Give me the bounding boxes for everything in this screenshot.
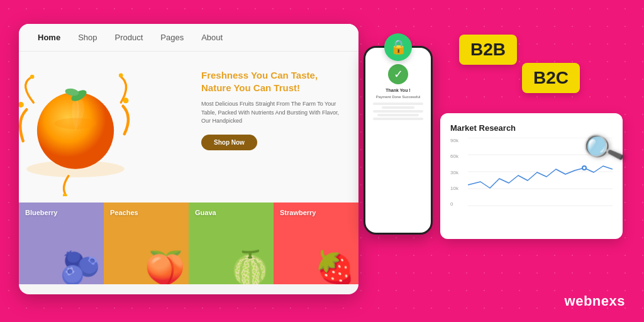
hero-section: Freshness You Can Taste, Nature You Can … — [19, 52, 358, 203]
svg-point-1 — [19, 102, 24, 108]
peaches-label: Peaches — [110, 209, 182, 216]
payment-check-icon: ✓ — [388, 64, 408, 84]
phone-screen: ✓ Thank You ! Payment Done Successful — [365, 53, 431, 126]
fruit-card-peaches[interactable]: Peaches 🍑 — [104, 203, 189, 284]
y-label-10k: 10k — [450, 186, 458, 191]
fruit-card-guava[interactable]: Guava 🍈 — [189, 203, 274, 284]
chart-y-labels: 90k 60k 30k 10k 0 — [450, 138, 458, 207]
svg-point-3 — [123, 97, 129, 103]
y-label-0: 0 — [450, 201, 458, 207]
nav-about[interactable]: About — [201, 33, 223, 42]
phone-line-3 — [373, 110, 423, 113]
fruit-card-strawberry[interactable]: Strawberry 🍓 — [274, 203, 358, 284]
phone-line-1 — [373, 103, 423, 105]
website-mockup: Home Shop Product Pages About — [19, 24, 358, 294]
fruit-cards-row: Blueberry 🫐 Peaches 🍑 Guava 🍈 Strawberry… — [19, 203, 358, 284]
fruit-illustration — [19, 58, 138, 196]
svg-point-5 — [63, 194, 67, 196]
y-label-60k: 60k — [450, 153, 458, 159]
phone-line-5 — [373, 118, 423, 120]
shop-now-button[interactable]: Shop Now — [201, 135, 257, 150]
guava-icon: 🍈 — [230, 249, 270, 284]
b2b-badge: B2B — [459, 35, 517, 65]
y-label-30k: 30k — [450, 170, 458, 175]
orange-splash-svg — [19, 58, 138, 196]
guava-label: Guava — [195, 209, 267, 216]
svg-point-4 — [119, 73, 123, 77]
lock-icon: 🔒 — [384, 33, 412, 61]
fruit-card-blueberry[interactable]: Blueberry 🫐 — [19, 203, 104, 284]
b2c-badge: B2C — [522, 63, 580, 93]
svg-point-16 — [583, 167, 586, 169]
phone-mockup-wrapper: 🔒 ✓ Thank You ! Payment Done Successful — [364, 35, 433, 235]
payment-done-text: Payment Done Successful — [370, 95, 426, 99]
hero-title: Freshness You Can Taste, Nature You Can … — [201, 69, 340, 94]
blueberry-label: Blueberry — [25, 209, 97, 216]
thank-you-text: Thank You ! — [370, 88, 426, 92]
phone-line-2 — [382, 106, 415, 109]
strawberry-label: Strawberry — [280, 209, 352, 216]
nav-product[interactable]: Product — [115, 33, 143, 42]
nav-pages[interactable]: Pages — [160, 33, 184, 42]
chart-title: Market Research — [450, 123, 613, 133]
blueberry-icon: 🫐 — [60, 249, 101, 284]
chart-area: 90k 60k 30k 10k 0 🔍 — [450, 138, 613, 219]
phone-line-4 — [377, 114, 419, 116]
strawberry-icon: 🍓 — [314, 249, 355, 284]
svg-point-9 — [55, 118, 97, 130]
hero-text-block: Freshness You Can Taste, Nature You Can … — [201, 69, 340, 150]
nav-shop[interactable]: Shop — [78, 33, 97, 42]
phone-body: ✓ Thank You ! Payment Done Successful — [364, 46, 433, 235]
y-label-90k: 90k — [450, 138, 458, 143]
hero-description: Most Delicious Fruits Straight From The … — [201, 100, 340, 126]
nav-home[interactable]: Home — [38, 33, 60, 42]
svg-point-2 — [30, 75, 35, 79]
brand-name: webnexs — [565, 293, 625, 309]
market-research-card: Market Research 90k 60k 30k 10k 0 — [440, 113, 623, 239]
peaches-icon: 🍑 — [145, 249, 186, 284]
mockup-navbar: Home Shop Product Pages About — [19, 24, 358, 52]
